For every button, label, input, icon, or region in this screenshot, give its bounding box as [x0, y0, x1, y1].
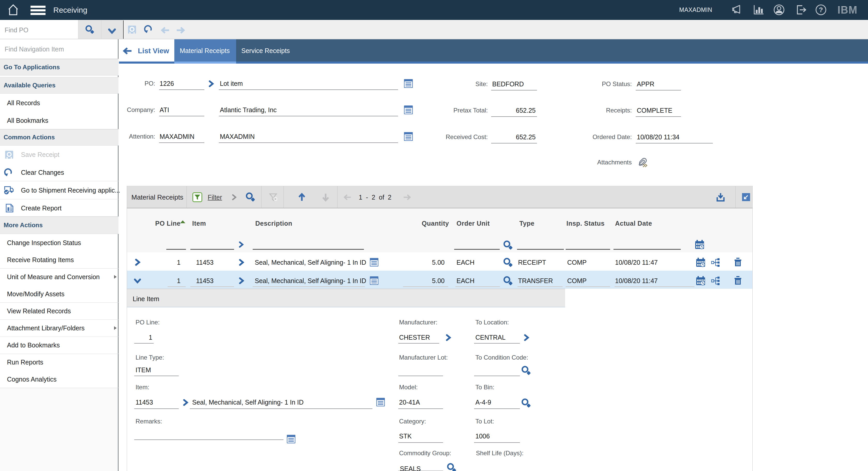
svg-text:?: ? [819, 6, 823, 14]
